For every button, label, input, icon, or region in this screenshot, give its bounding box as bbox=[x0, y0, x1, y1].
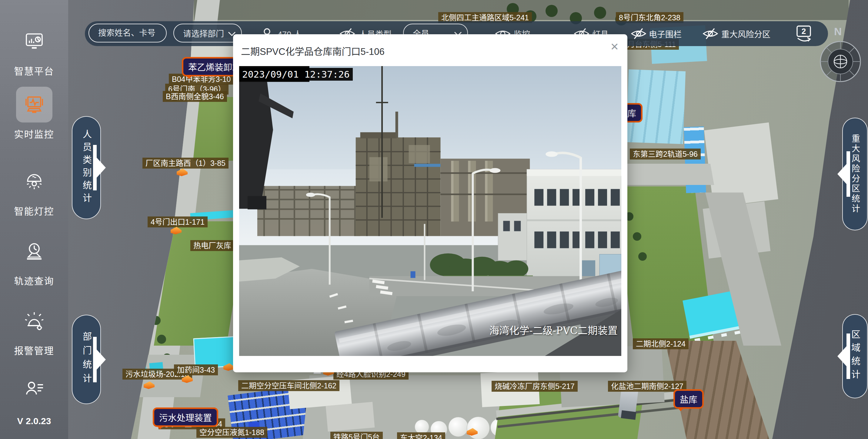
camera-icon[interactable] bbox=[223, 363, 234, 371]
sidebar-item-realtime-monitor[interactable]: 实时监控 bbox=[0, 87, 68, 140]
camera-modal: 二期SPVC化学品仓库南门口5-106 ✕ bbox=[233, 34, 627, 372]
track-query-icon bbox=[16, 233, 53, 269]
tab-major-risk-zone-stats[interactable]: 重大风险分区统计 bbox=[842, 118, 868, 230]
map-area-label[interactable]: 污水处理装置 bbox=[153, 407, 218, 427]
camera-icon[interactable] bbox=[467, 428, 478, 436]
map-camera-label[interactable]: 热电厂灰库 bbox=[190, 240, 234, 251]
screen-badge: 2 bbox=[802, 27, 806, 36]
camera-photo-art bbox=[239, 66, 621, 356]
eye-off-icon[interactable] bbox=[630, 28, 647, 40]
user-list-icon bbox=[16, 372, 53, 407]
alarm-bell-icon bbox=[16, 303, 53, 339]
tab-department-stats[interactable]: 部门统计 bbox=[72, 315, 101, 404]
map-camera-label[interactable]: 加药间3-43 bbox=[174, 364, 218, 375]
eye-off-icon[interactable] bbox=[702, 28, 719, 40]
tab-area-stats[interactable]: 区域统计 bbox=[842, 314, 868, 399]
camera-icon[interactable] bbox=[177, 169, 188, 176]
sidebar-item-user-list[interactable] bbox=[0, 372, 68, 407]
dashboard-monitor-icon bbox=[16, 24, 53, 59]
smart-light-icon bbox=[16, 164, 53, 200]
close-icon[interactable]: ✕ bbox=[610, 41, 619, 52]
map-camera-label[interactable]: 空分空压液氮1-188 bbox=[196, 427, 267, 438]
camera-icon[interactable] bbox=[170, 227, 182, 234]
sidebar-item-label: 实时监控 bbox=[0, 127, 68, 140]
sidebar-item-label: 智能灯控 bbox=[0, 204, 68, 217]
camera-watermark: 海湾化学-二级-PVC二期装置 bbox=[489, 323, 618, 337]
toggle-risk-zone[interactable]: 重大风险分区 bbox=[721, 21, 770, 46]
sidebar-item-smart-platform[interactable]: 智慧平台 bbox=[0, 24, 68, 77]
department-select[interactable]: 请选择部门 bbox=[173, 24, 242, 42]
camera-icon[interactable] bbox=[144, 381, 155, 389]
camera-photo: 2023/09/01 12:37:26 海湾化学-二级-PVC二期装置 bbox=[239, 66, 621, 356]
map-camera-label[interactable]: 铁路5号门5台 bbox=[330, 432, 383, 439]
sidebar-item-smart-lighting[interactable]: 智能灯控 bbox=[0, 164, 68, 217]
map-camera-label[interactable]: 二期空分空压车间北侧2-162 bbox=[238, 380, 339, 391]
search-input[interactable] bbox=[89, 24, 167, 42]
sidebar-item-label: 智慧平台 bbox=[0, 64, 68, 77]
modal-title: 二期SPVC化学品仓库南门口5-106 bbox=[241, 44, 384, 58]
map-camera-label[interactable]: 二期北侧2-124 bbox=[633, 338, 689, 349]
app-window: B04甲苯非芳3-106号门南（3-96）B西南侧全貌3-46厂区南主路西（1）… bbox=[0, 0, 868, 439]
camera-timestamp: 2023/09/01 12:37:26 bbox=[239, 68, 353, 81]
expand-arrow-icon bbox=[837, 151, 850, 197]
map-camera-label[interactable]: B西南侧全貌3-46 bbox=[163, 91, 227, 102]
map-camera-label[interactable]: 4号门出口1-171 bbox=[148, 216, 208, 227]
expand-arrow-icon bbox=[93, 145, 106, 191]
expand-arrow-icon bbox=[93, 337, 106, 382]
map-camera-label[interactable]: 烧碱冷冻厂房东侧5-217 bbox=[492, 381, 578, 392]
realtime-monitor-icon bbox=[16, 87, 53, 122]
sidebar-item-label: 报警管理 bbox=[0, 343, 68, 357]
toggle-e-fence[interactable]: 电子围栏 bbox=[649, 21, 682, 46]
sidebar-item-alarm-management[interactable]: 报警管理 bbox=[0, 303, 68, 357]
screen-switch-icon[interactable]: 2 bbox=[794, 25, 813, 42]
sidebar-item-track-query[interactable]: 轨迹查询 bbox=[0, 233, 68, 287]
sidebar-item-label: 轨迹查询 bbox=[0, 273, 68, 287]
tab-label: 区域统计 bbox=[848, 329, 862, 383]
compass-north-label: N bbox=[834, 26, 842, 37]
department-select-value: 请选择部门 bbox=[183, 27, 224, 39]
tab-label: 重大风险分区统计 bbox=[849, 134, 861, 214]
map-camera-label[interactable]: 东大空2-134 bbox=[397, 432, 445, 439]
expand-arrow-icon bbox=[837, 333, 850, 379]
map-camera-label[interactable]: 东第三跨2轨道5-96 bbox=[630, 149, 701, 159]
tab-person-category-stats[interactable]: 人员类别统计 bbox=[72, 116, 101, 219]
map-camera-label[interactable]: 厂区南主路西（1）3-85 bbox=[143, 158, 228, 169]
app-version: V 2.0.23 bbox=[0, 416, 68, 426]
map-area-label[interactable]: 盐库 bbox=[674, 389, 704, 409]
tab-label: 人员类别统计 bbox=[80, 129, 93, 206]
compass[interactable] bbox=[818, 39, 863, 84]
sidebar: 智慧平台 实时监控 bbox=[0, 0, 68, 439]
tab-label: 部门统计 bbox=[80, 332, 93, 387]
